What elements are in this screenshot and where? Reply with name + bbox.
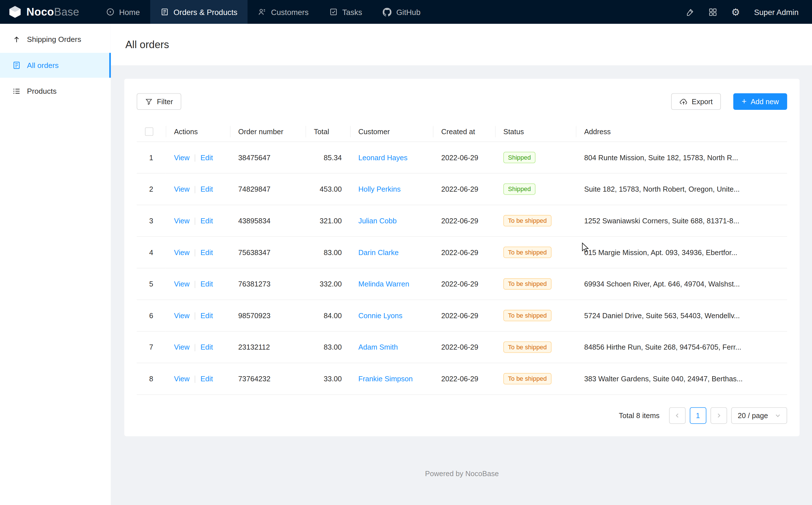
table-row: 2 ViewEdit 74829847 453.00 Holly Perkins… [137, 174, 787, 205]
total-cell: 85.34 [306, 142, 350, 174]
nav-item-github[interactable]: GitHub [372, 0, 431, 24]
view-link[interactable]: View [174, 248, 190, 257]
address-cell: 383 Walter Gardens, Suite 040, 24947, Be… [576, 363, 787, 395]
page-size-select[interactable]: 20 / page [731, 407, 787, 424]
select-all-checkbox[interactable] [145, 128, 153, 136]
edit-link[interactable]: Edit [201, 343, 213, 351]
gear-icon[interactable]: ⚙ [731, 7, 740, 17]
total-cell: 453.00 [306, 174, 350, 205]
customers-icon [258, 8, 266, 16]
pagination-total: Total 8 items [619, 411, 659, 420]
plus-icon: + [742, 97, 746, 105]
vertical-divider [195, 376, 195, 383]
nocobase-logo[interactable]: NocoBase [0, 0, 88, 24]
view-link[interactable]: View [174, 375, 190, 383]
export-button[interactable]: Export [671, 93, 721, 110]
row-index: 5 [137, 268, 166, 300]
user-menu[interactable]: Super Admin [754, 8, 798, 16]
column-header-created-at: Created at [433, 121, 495, 142]
export-icon [679, 98, 688, 106]
row-index: 8 [137, 363, 166, 395]
customer-link[interactable]: Leonard Hayes [358, 153, 408, 162]
view-link[interactable]: View [174, 343, 190, 351]
vertical-divider [195, 249, 195, 257]
address-cell: 015 Margie Mission, Apt. 093, 34936, Ebe… [576, 237, 787, 268]
customer-link[interactable]: Adam Smith [358, 343, 398, 351]
status-tag: To be shipped [503, 278, 551, 290]
table-toolbar: Filter Export + Add new [137, 93, 787, 110]
view-link[interactable]: View [174, 185, 190, 193]
view-link[interactable]: View [174, 311, 190, 320]
nav-item-tasks[interactable]: Tasks [319, 0, 372, 24]
order-number-cell: 76381273 [230, 268, 306, 300]
sidebar-item-all-orders[interactable]: All orders [0, 53, 111, 78]
edit-link[interactable]: Edit [201, 153, 213, 162]
status-cell: To be shipped [495, 268, 576, 300]
view-link[interactable]: View [174, 216, 190, 225]
address-cell: 1252 Swaniawski Corners, Suite 688, 8137… [576, 205, 787, 237]
column-header-actions: Actions [166, 121, 230, 142]
row-index: 1 [137, 142, 166, 174]
pagination-next-button[interactable] [711, 407, 727, 424]
status-cell: To be shipped [495, 363, 576, 395]
edit-link[interactable]: Edit [201, 216, 213, 225]
edit-link[interactable]: Edit [201, 311, 213, 320]
table-row: 8 ViewEdit 73764232 33.00 Frankie Simpso… [137, 363, 787, 395]
column-header-address: Address [576, 121, 787, 142]
row-index: 3 [137, 205, 166, 237]
github-icon [383, 8, 391, 16]
address-cell: 5724 Daniel Drive, Suite 563, 54403, Wen… [576, 300, 787, 331]
powered-by-footer: Powered by NocoBase [124, 437, 800, 490]
pagination-prev-button[interactable] [669, 407, 686, 424]
created-at-cell: 2022-06-29 [433, 237, 495, 268]
page-header: All orders [111, 24, 812, 65]
customer-link[interactable]: Melinda Warren [358, 280, 410, 288]
row-actions: ViewEdit [166, 268, 230, 300]
chevron-left-icon [674, 413, 680, 418]
created-at-cell: 2022-06-29 [433, 300, 495, 331]
customer-link[interactable]: Julian Cobb [358, 217, 397, 225]
order-number-cell: 98570923 [230, 300, 306, 331]
view-link[interactable]: View [174, 153, 190, 162]
vertical-divider [195, 186, 195, 194]
column-header-total: Total [306, 121, 350, 142]
edit-link[interactable]: Edit [201, 248, 213, 257]
filter-button[interactable]: Filter [137, 93, 181, 110]
pagination-page-1[interactable]: 1 [690, 407, 706, 424]
customer-link[interactable]: Holly Perkins [358, 185, 401, 193]
home-icon [106, 8, 114, 16]
view-link[interactable]: View [174, 280, 190, 288]
orders-card: Filter Export + Add new [124, 79, 800, 436]
blocks-icon[interactable] [709, 8, 717, 16]
pagination: Total 8 items 1 [137, 407, 787, 424]
arrow-up-icon [12, 35, 21, 43]
top-navbar: NocoBase Home Orders & Products Customer… [0, 0, 812, 24]
main-nav: Home Orders & Products Customers Tasks [96, 0, 686, 24]
nav-item-customers[interactable]: Customers [248, 0, 319, 24]
customer-link[interactable]: Connie Lyons [358, 312, 402, 320]
nav-item-orders-products[interactable]: Orders & Products [150, 0, 248, 24]
row-index: 6 [137, 300, 166, 331]
row-index: 4 [137, 237, 166, 268]
table-row: 5 ViewEdit 76381273 332.00 Melinda Warre… [137, 268, 787, 300]
nav-item-label: GitHub [396, 8, 421, 16]
created-at-cell: 2022-06-29 [433, 174, 495, 205]
address-cell: 804 Runte Mission, Suite 182, 15783, Nor… [576, 142, 787, 174]
filter-button-label: Filter [157, 98, 173, 106]
row-actions: ViewEdit [166, 300, 230, 331]
sidebar-item-products[interactable]: Products [0, 79, 111, 104]
highlighter-icon[interactable] [686, 8, 695, 16]
status-cell: To be shipped [495, 300, 576, 331]
edit-link[interactable]: Edit [201, 185, 213, 193]
nav-item-home[interactable]: Home [96, 0, 150, 24]
edit-link[interactable]: Edit [201, 280, 213, 288]
add-new-button[interactable]: + Add new [733, 93, 787, 110]
status-tag: To be shipped [503, 342, 551, 353]
customer-link[interactable]: Darin Clarke [358, 248, 398, 257]
customer-link[interactable]: Frankie Simpson [358, 375, 413, 383]
table-row: 6 ViewEdit 98570923 84.00 Connie Lyons 2… [137, 300, 787, 331]
edit-link[interactable]: Edit [201, 375, 213, 383]
table-row: 1 ViewEdit 38475647 85.34 Leonard Hayes … [137, 142, 787, 174]
sidebar-item-shipping-orders[interactable]: Shipping Orders [0, 27, 111, 52]
nav-item-label: Orders & Products [174, 8, 237, 16]
